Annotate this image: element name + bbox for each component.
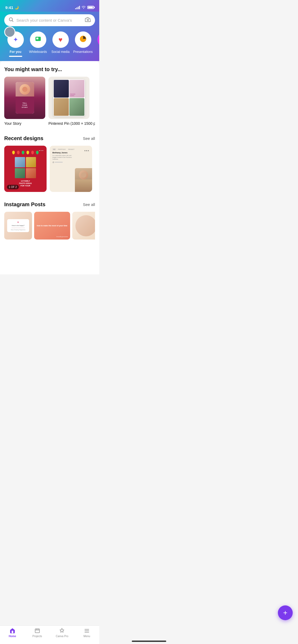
christmas-lights (12, 151, 39, 154)
social-media-icon: ♥ (58, 36, 62, 44)
presentations-icon-wrap (75, 31, 91, 48)
ig-post-card-2[interactable]: how to make the most of your time #readi… (34, 212, 70, 240)
category-whiteboards[interactable]: Whiteboards (27, 31, 49, 57)
battery-icon (87, 6, 94, 9)
for-you-icon: ✦ (13, 36, 18, 43)
instagram-see-all[interactable]: See all (83, 202, 95, 207)
search-icon (8, 17, 14, 24)
recent-cards-row: 14 FAMILYPHOTO IDEASFOR YOUR ··· 1 OF 2 … (4, 146, 95, 194)
svg-rect-4 (36, 38, 38, 39)
category-video[interactable]: ▶ Vid... (94, 31, 99, 57)
active-indicator (9, 56, 22, 57)
recent-section: Recent designs See all (4, 135, 95, 194)
christmas-card-menu[interactable]: ··· (39, 148, 44, 153)
presentations-icon (79, 35, 87, 45)
category-row: ✦ For you Whiteboards ♥ Social media (4, 31, 95, 61)
whiteboards-icon-wrap (30, 31, 46, 48)
recent-card-bethany[interactable]: WE PORTFOLIO PROJECT Bethany Jones I'm a… (50, 146, 92, 192)
ig-post-2-text: how to make the most of your time (37, 224, 67, 227)
main-content: You might want to try... TELL (0, 60, 99, 274)
status-time: 9:41 (5, 5, 13, 10)
wifi-icon (82, 5, 86, 10)
video-icon-wrap: ▶ (97, 31, 100, 48)
try-section: You might want to try... TELL (4, 66, 95, 128)
recent-section-title: Recent designs (4, 135, 43, 141)
svg-point-2 (87, 19, 89, 21)
for-you-label: For you (10, 50, 21, 54)
instagram-posts-grid: ♥ How to be happy? Stop Chasing Happines… (4, 212, 95, 242)
christmas-photo-grid (15, 157, 36, 178)
bethany-desc: I'm a dedicated culture critic and blogg… (52, 155, 74, 160)
your-story-label: Your Story (4, 121, 21, 126)
category-presentations[interactable]: Presentations (72, 31, 94, 57)
status-icons (75, 5, 94, 10)
camera-icon[interactable] (85, 17, 91, 23)
your-story-thumb: TELL YOUR STORY (4, 77, 45, 119)
recent-card-christmas[interactable]: 14 FAMILYPHOTO IDEASFOR YOUR ··· 1 OF 2 (4, 146, 47, 192)
try-cards-row: TELL YOUR STORY Your Story (4, 77, 95, 128)
whiteboards-icon (34, 35, 42, 44)
bethany-card-menu[interactable]: ··· (84, 148, 89, 153)
status-bar: 9:41 🌙 (0, 0, 99, 12)
try-section-title: You might want to try... (4, 66, 95, 72)
instagram-section-title: Instagram Posts (4, 201, 46, 208)
ig-post-card-3[interactable] (72, 212, 95, 240)
svg-line-1 (12, 21, 13, 22)
svg-point-0 (9, 18, 12, 21)
ig-post-card-1[interactable]: ♥ How to be happy? Stop Chasing Happines… (4, 212, 32, 240)
category-social-media[interactable]: ♥ Social media (49, 31, 72, 57)
signal-icon (75, 6, 80, 9)
instagram-posts-section: Instagram Posts See all ♥ How to be happ… (4, 201, 95, 242)
christmas-text: 14 FAMILYPHOTO IDEASFOR YOUR (19, 180, 32, 187)
search-placeholder: Search your content or Canva's (16, 18, 82, 22)
try-card-pinterest[interactable]: DESIGNINSPD Pinterest Pin (1000 × 1500 p… (48, 77, 95, 126)
christmas-card-badge: 1 OF 2 (7, 185, 19, 189)
whiteboards-label: Whiteboards (29, 50, 47, 54)
recent-section-header: Recent designs See all (4, 135, 95, 141)
pinterest-label: Pinterest Pin (1000 × 1500 px) (48, 121, 95, 126)
bethany-name: Bethany Jones (52, 151, 89, 154)
moon-icon: 🌙 (15, 6, 19, 10)
header-area: Search your content or Canva's ✦ For you (0, 12, 99, 61)
instagram-section-header: Instagram Posts See all (4, 201, 95, 208)
social-icon-wrap: ♥ (52, 31, 69, 48)
avatar[interactable] (4, 26, 15, 38)
presentations-label: Presentations (73, 50, 93, 54)
pinterest-thumb: DESIGNINSPD (48, 77, 89, 119)
ig-post-1-text: How to be happy? (9, 224, 28, 227)
social-media-label: Social media (51, 50, 70, 54)
search-bar[interactable]: Search your content or Canva's (4, 14, 95, 26)
try-card-your-story[interactable]: TELL YOUR STORY Your Story (4, 77, 45, 126)
recent-see-all[interactable]: See all (83, 136, 95, 141)
